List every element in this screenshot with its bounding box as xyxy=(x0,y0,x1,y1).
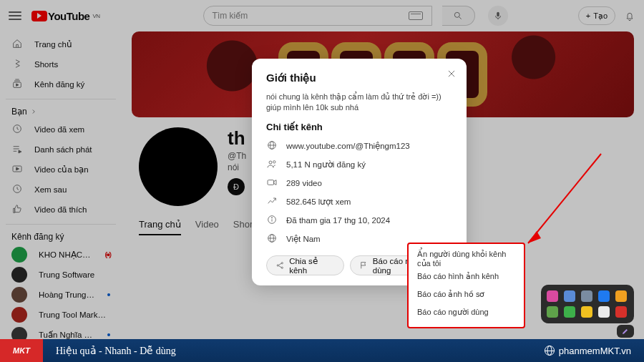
modal-details-title: Chi tiết kênh xyxy=(266,122,452,132)
video-icon xyxy=(266,177,278,190)
tray-app-icon[interactable] xyxy=(615,290,627,302)
svg-point-26 xyxy=(271,217,272,217)
menu-report-user[interactable]: Báo cáo người dùng xyxy=(409,303,524,321)
svg-point-30 xyxy=(277,265,278,266)
tray-app-icon[interactable] xyxy=(564,306,575,318)
people-icon xyxy=(266,158,278,171)
globe-icon xyxy=(266,140,278,152)
share-channel-button[interactable]: Chia sẻ kênh xyxy=(266,255,344,275)
footer-slogan: Hiệu quả - Nhanh - Dễ dùng xyxy=(56,345,176,357)
tray-app-icon[interactable] xyxy=(564,290,575,302)
pen-icon xyxy=(621,327,630,336)
globe-icon xyxy=(545,346,555,356)
channel-detail-row: Đã tham gia 17 thg 10, 2024 xyxy=(266,211,452,230)
share-icon xyxy=(275,260,285,270)
tray-app-icon[interactable] xyxy=(615,306,627,318)
modal-title: Giới thiệu xyxy=(266,72,452,84)
tray-app-icon[interactable] xyxy=(598,306,610,318)
menu-report-channel-art[interactable]: Báo cáo hình ảnh kênh xyxy=(409,268,524,285)
svg-point-20 xyxy=(269,161,272,164)
modal-description: nói chung là kênh thập cẩm làm đủ thứ tr… xyxy=(266,92,452,113)
flag-icon xyxy=(359,260,369,270)
svg-point-21 xyxy=(273,160,275,162)
footer-site[interactable]: phanmemMKT.vn xyxy=(545,346,631,356)
tray-app-icon[interactable] xyxy=(581,290,592,302)
close-icon[interactable] xyxy=(447,69,457,79)
svg-line-34 xyxy=(278,265,281,267)
app-tray-pen[interactable] xyxy=(617,325,634,338)
footer-banner: MKT Hiệu quả - Nhanh - Dễ dùng phanmemMK… xyxy=(0,339,644,362)
menu-report-profile-pic[interactable]: Báo cáo ảnh hồ sơ xyxy=(409,285,524,303)
menu-hide-user[interactable]: Ẩn người dùng khỏi kênh của tôi xyxy=(409,250,524,268)
svg-point-32 xyxy=(281,267,283,268)
tray-app-icon[interactable] xyxy=(547,290,558,302)
report-context-menu: Ẩn người dùng khỏi kênh của tôi Báo cáo … xyxy=(407,243,525,328)
svg-point-31 xyxy=(281,262,283,263)
channel-detail-row: 289 video xyxy=(266,174,452,192)
channel-detail-row: 5,11 N người đăng ký xyxy=(266,155,452,174)
footer-logo: MKT xyxy=(0,339,43,362)
svg-line-33 xyxy=(278,263,281,265)
channel-detail-row: www.youtube.com/@Thiệngm123 xyxy=(266,137,452,155)
tray-app-icon[interactable] xyxy=(547,306,558,318)
globe-icon xyxy=(266,233,278,245)
svg-rect-22 xyxy=(268,180,274,185)
channel-detail-row: 582.645 lượt xem xyxy=(266,192,452,211)
tray-app-icon[interactable] xyxy=(598,290,610,302)
svg-marker-23 xyxy=(274,180,276,185)
trend-icon xyxy=(266,195,278,208)
info-icon xyxy=(266,214,278,227)
tray-app-icon[interactable] xyxy=(581,306,592,318)
app-tray[interactable] xyxy=(541,285,634,323)
